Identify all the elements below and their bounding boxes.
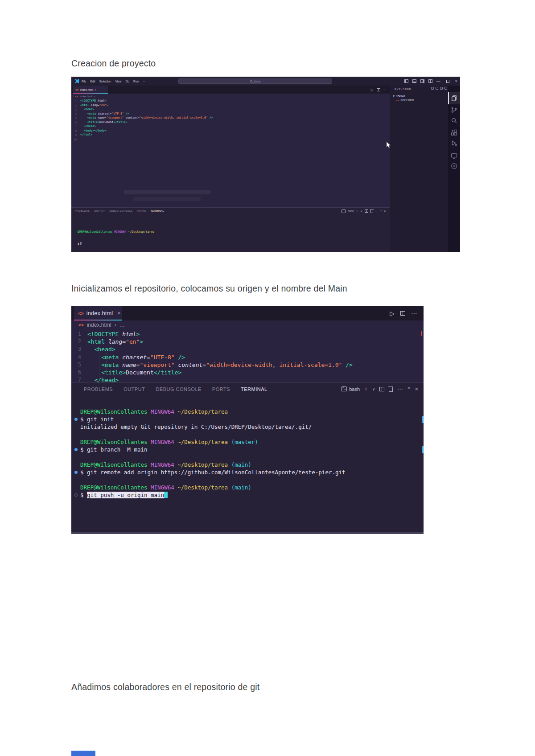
new-file-icon[interactable] (431, 87, 434, 90)
menu-item-file[interactable]: File (82, 80, 86, 83)
panel-maximize-icon[interactable]: ^ (407, 386, 410, 392)
tab-index-html[interactable]: <> index.html × (74, 306, 122, 320)
panel-tab-ports[interactable]: PORTS (137, 210, 146, 212)
code-line: 3 <head> (71, 345, 424, 353)
toggle-secondary-sidebar-icon[interactable] (420, 79, 424, 83)
panel-more-icon[interactable]: ⋯ (375, 210, 379, 213)
code-line: 3 <head> (71, 107, 390, 112)
split-editor-icon[interactable] (377, 88, 380, 91)
kill-terminal-icon[interactable] (389, 387, 393, 392)
new-terminal-icon[interactable]: + (356, 210, 358, 213)
panel-tab-debug-console[interactable]: DEBUG CONSOLE (109, 210, 132, 212)
more-actions-icon[interactable]: ⋯ (383, 88, 387, 92)
split-editor-icon[interactable] (400, 311, 405, 316)
heading-anadimos-colaboradores: Añadimos colaboradores en el repositorio… (71, 682, 259, 692)
html-file-icon: <> (78, 311, 84, 316)
terminal[interactable]: DREP@WilsonCollantes MINGW64 ~/Desktop/t… (78, 222, 154, 252)
menu-item-run[interactable]: Run (133, 80, 139, 83)
command-status-dot (74, 448, 78, 451)
tab-index-html[interactable]: <> index.html × (73, 86, 108, 94)
menu-item-selection[interactable]: Selection (99, 80, 111, 83)
close-button[interactable]: × (455, 79, 457, 83)
source-control-icon[interactable] (451, 107, 457, 113)
search-icon[interactable] (451, 117, 457, 124)
panel-tab-output[interactable]: OUTPUT (94, 210, 105, 212)
tab-close-icon[interactable]: × (95, 88, 96, 91)
split-terminal-icon[interactable] (379, 387, 384, 391)
live-share-icon[interactable] (451, 163, 457, 169)
refresh-icon[interactable] (440, 87, 443, 90)
panel-tab-problems[interactable]: PROBLEMS (84, 386, 113, 392)
customize-layout-icon[interactable] (428, 79, 432, 83)
more-actions-icon[interactable]: ⋯ (411, 310, 417, 317)
tab-bar: <> index.html × ▷ ⋯ (71, 306, 424, 320)
terminal-command: git init (87, 416, 114, 423)
run-and-debug-icon[interactable] (451, 140, 457, 147)
explorer-icon[interactable] (451, 95, 457, 102)
line-number: 8 (71, 129, 80, 133)
split-terminal-icon[interactable] (365, 210, 368, 213)
run-icon[interactable]: ▷ (371, 88, 374, 92)
tab-label: index.html (86, 310, 113, 316)
terminal-blank-line (80, 499, 346, 506)
panel-tab-terminal[interactable]: TERMINAL (241, 386, 268, 392)
terminal-prompt-line: DREP@WilsonCollantes MINGW64 ~/Desktop/t… (78, 230, 154, 234)
menu-item-edit[interactable]: Edit (90, 80, 95, 83)
terminal-dropdown-icon[interactable]: ∨ (372, 387, 375, 391)
panel-maximize-icon[interactable]: ^ (380, 210, 382, 213)
panel-tab-debug-console[interactable]: DEBUG CONSOLE (156, 386, 201, 392)
restore-button[interactable] (446, 80, 449, 83)
remote-explorer-icon[interactable] (451, 152, 457, 159)
line-number: 3 (71, 345, 87, 353)
code-editor[interactable]: 1<!DOCTYPE html>2<html lang="en">3 <head… (71, 99, 390, 141)
breadcrumb[interactable]: <> index.html › … (75, 94, 99, 99)
editor-group: <> index.html × ▷ ⋯ <> index.html › … 1<… (71, 86, 390, 252)
code-line-text: <meta charset="UTF-8" /> (87, 353, 185, 361)
breadcrumb-separator: › (94, 95, 95, 98)
command-search-box[interactable]: tarea (178, 78, 332, 84)
minimize-button[interactable]: — (436, 79, 440, 83)
panel-tab-terminal[interactable]: TERMINAL (151, 210, 164, 212)
menu-item-[interactable]: ··· (143, 80, 146, 83)
file-item-index-html[interactable]: <> index.html (396, 99, 414, 102)
shell-selector[interactable]: bash (341, 386, 360, 392)
code-line: 4 <meta charset="UTF-8" /> (71, 112, 390, 116)
code-editor[interactable]: 1<!DOCTYPE html>2<html lang="en">3 <head… (71, 330, 424, 384)
shell-name[interactable]: bash (348, 210, 354, 213)
panel-more-icon[interactable]: ⋯ (397, 386, 403, 392)
terminal-blank-line (80, 453, 346, 461)
panel-tab-output[interactable]: OUTPUT (123, 386, 145, 392)
code-line-text: <title>Document</title> (87, 369, 181, 376)
collapse-folders-icon[interactable] (444, 87, 447, 90)
html-file-icon: <> (78, 323, 84, 328)
new-folder-icon[interactable] (436, 87, 438, 90)
terminal-prompt-line: DREP@WilsonCollantes MINGW64 ~/Desktop/t… (80, 461, 346, 468)
breadcrumb[interactable]: <> index.html › … (78, 320, 124, 329)
line-number: 5 (71, 361, 87, 369)
code-line: 1<!DOCTYPE html> (71, 330, 424, 338)
toggle-sidebar-icon[interactable] (404, 79, 408, 83)
html-file-icon: <> (396, 99, 399, 102)
menu-item-go[interactable]: Go (125, 80, 129, 83)
tab-close-icon[interactable]: × (117, 310, 121, 316)
run-icon[interactable]: ▷ (390, 310, 395, 317)
extensions-icon[interactable] (451, 129, 457, 136)
terminal[interactable]: DREP@WilsonCollantes MINGW64 ~/Desktop/t… (80, 408, 346, 506)
menu-item-view[interactable]: View (115, 80, 121, 83)
code-line-text: <body></body> (80, 129, 107, 133)
panel-close-icon[interactable]: × (415, 386, 418, 392)
new-terminal-icon[interactable]: + (364, 386, 368, 392)
editor-ghost-hint (134, 197, 201, 201)
editor-ghost-hint (124, 190, 211, 194)
toggle-panel-icon[interactable] (412, 79, 416, 83)
terminal-command-line: $ git push -u origin main (80, 491, 346, 499)
terminal-command-line: $ git init (80, 415, 346, 423)
terminal-dropdown-icon[interactable]: ∨ (360, 210, 362, 213)
panel-tab-problems[interactable]: PROBLEMS (75, 210, 90, 212)
code-line: 4 <meta charset="UTF-8" /> (71, 353, 424, 361)
panel-tab-ports[interactable]: PORTS (212, 386, 230, 392)
kill-terminal-icon[interactable] (370, 210, 373, 213)
folder-section[interactable]: ∨ TAREA (393, 93, 445, 99)
code-line: 2<html lang="en"> (71, 103, 390, 108)
panel-close-icon[interactable]: × (384, 210, 386, 213)
